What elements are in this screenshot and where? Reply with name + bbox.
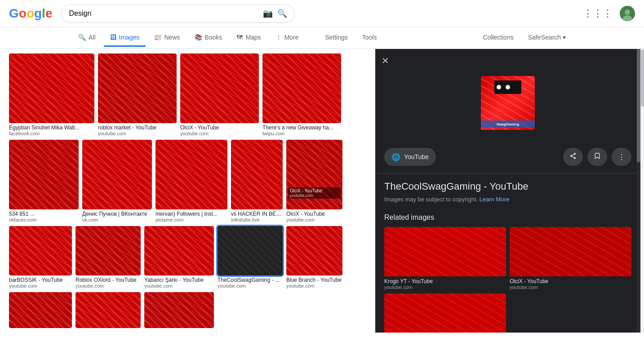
related-item[interactable]: Денис Пучков | ВКонтакте (384, 293, 506, 333)
nav-item-images[interactable]: 🖼 Images (104, 29, 146, 47)
nav-collections[interactable]: Collections (476, 29, 520, 47)
avatar[interactable] (620, 6, 635, 21)
header: Google 📷 🔍 ⋮⋮⋮ (0, 0, 644, 27)
related-image (384, 293, 506, 333)
grid-item[interactable]: roblox market - YouTube youtube.com (98, 53, 177, 136)
related-caption: Krogo YT - YouTube (384, 278, 506, 284)
learn-more-link[interactable]: Learn More (480, 196, 509, 203)
more-button[interactable]: ⋮ (612, 148, 631, 166)
grid-item[interactable] (144, 292, 214, 328)
google-logo[interactable]: Google (9, 6, 52, 21)
globe-icon: 🌐 (391, 153, 400, 161)
grid-row-2: 534 851 ... vkfaces.com Денис Пучков | В… (9, 140, 366, 222)
svg-line-7 (572, 154, 574, 155)
svg-point-5 (574, 157, 576, 159)
share-button[interactable] (563, 148, 583, 166)
search-nav-icon: 🔍 (78, 34, 86, 41)
panel-image-container: SwagGaming (375, 49, 640, 148)
nav-item-books[interactable]: 📚 Books (188, 29, 229, 47)
grid-item-selected[interactable]: TheCoolSwagGaming - ... youtube.com (218, 226, 283, 289)
grid-item[interactable]: OlciX - YouTube youtube.com (180, 53, 259, 136)
nav-settings[interactable]: Settings (319, 29, 354, 47)
main-content: Egyptian Sinuhet Mika Walt... facebook.c… (0, 49, 644, 333)
header-right: ⋮⋮⋮ (583, 6, 635, 21)
source-button[interactable]: 🌐 YouTube (384, 148, 436, 166)
image-grid: Egyptian Sinuhet Mika Walt... facebook.c… (0, 49, 375, 333)
save-button[interactable] (587, 148, 607, 166)
panel-main-image: SwagGaming (481, 76, 535, 130)
page-scrollbar-thumb[interactable] (641, 50, 644, 107)
grid-item[interactable]: Egyptian Sinuhet Mika Walt... facebook.c… (9, 53, 94, 136)
logo-o1: o (19, 6, 27, 20)
camera-icon[interactable]: 📷 (263, 9, 273, 18)
source-label: YouTube (404, 153, 429, 160)
grid-item[interactable]: Roblox OXlord - YouTube youtube.com (76, 226, 141, 289)
search-icons: 📷 🔍 (263, 9, 287, 18)
logo-e: e (45, 6, 53, 20)
related-item[interactable]: OlciX - YouTube youtube.com (510, 227, 631, 290)
grid-item[interactable] (76, 292, 141, 328)
grid-item[interactable]: 534 851 ... vkfaces.com (9, 140, 79, 222)
nav-item-maps[interactable]: 🗺 Maps (230, 29, 267, 47)
nav-tools[interactable]: Tools (356, 29, 383, 47)
grid-item[interactable]: There's a new Giveaway ha... twipu.com (262, 53, 341, 136)
more-nav-icon: ⋮ (275, 34, 282, 41)
related-source: youtube.com (384, 284, 506, 290)
grid-item[interactable]: vs HACKER IN BEE SW... infinitube.live (231, 140, 283, 222)
close-button[interactable]: ✕ (382, 55, 389, 66)
related-grid: Krogo YT - YouTube youtube.com OlciX - Y… (375, 227, 640, 333)
related-image (510, 227, 631, 276)
nav-item-more[interactable]: ⋮ More (269, 29, 305, 47)
logo-o2: o (27, 6, 34, 20)
svg-point-3 (574, 153, 576, 155)
search-input[interactable] (69, 9, 258, 18)
related-item[interactable]: Krogo YT - YouTube youtube.com (384, 227, 506, 290)
logo-g2: g (34, 6, 42, 20)
maps-nav-icon: 🗺 (236, 34, 243, 41)
apps-icon[interactable]: ⋮⋮⋮ (583, 8, 613, 19)
related-source: youtube.com (510, 284, 631, 290)
grid-item[interactable]: Blue Branch - YouTube youtube.com (286, 226, 342, 289)
svg-point-4 (570, 155, 572, 157)
related-image (384, 227, 506, 276)
books-nav-icon: 📚 (195, 34, 202, 41)
grid-item[interactable]: mervan) Followers | Inst... pictame.com (155, 140, 227, 222)
search-bar: 📷 🔍 (61, 4, 295, 22)
image-nav-icon: 🖼 (110, 34, 116, 41)
nav-bar: 🔍 All 🖼 Images 📰 News 📚 Books 🗺 Maps ⋮ M… (0, 27, 644, 49)
grid-row-1: Egyptian Sinuhet Mika Walt... facebook.c… (9, 53, 366, 136)
scrollbar-thumb[interactable] (637, 49, 640, 162)
grid-item[interactable]: Денис Пучков | ВКонтакте vk.com (82, 140, 152, 222)
grid-row-4 (9, 292, 366, 328)
nav-safesearch[interactable]: SafeSearch ▾ (522, 29, 572, 47)
logo-g: G (9, 6, 19, 20)
panel-copyright: Images may be subject to copyright. Lear… (375, 194, 640, 210)
search-icon[interactable]: 🔍 (277, 9, 287, 18)
right-panel: ✕ SwagGaming 🌐 YouTube (375, 49, 640, 333)
news-nav-icon: 📰 (154, 34, 161, 41)
panel-title: TheCoolSwagGaming - YouTube (375, 173, 640, 194)
related-caption: OlciX - YouTube (510, 278, 631, 284)
logo-l: l (42, 6, 45, 20)
nav-right: Settings Tools Collections SafeSearch ▾ (319, 29, 572, 47)
panel-actions: 🌐 YouTube ⋮ (375, 148, 640, 173)
scrollbar-track (637, 49, 640, 333)
grid-item[interactable] (9, 292, 72, 328)
grid-item[interactable]: Yabancı Şarkı - YouTube youtube.com (144, 226, 214, 289)
page-scrollbar[interactable] (640, 49, 644, 333)
grid-item[interactable]: OlciX - YouTube youtube.com OlciX - YouT… (286, 140, 342, 222)
related-label: Related images (375, 210, 640, 227)
svg-point-1 (625, 9, 630, 15)
svg-line-6 (572, 156, 574, 158)
grid-row-3: barBOSSIK - YouTube youtube.com Roblox O… (9, 226, 366, 289)
grid-item[interactable]: barBOSSIK - YouTube youtube.com (9, 226, 72, 289)
nav-item-all[interactable]: 🔍 All (72, 29, 102, 47)
nav-item-news[interactable]: 📰 News (147, 29, 186, 47)
